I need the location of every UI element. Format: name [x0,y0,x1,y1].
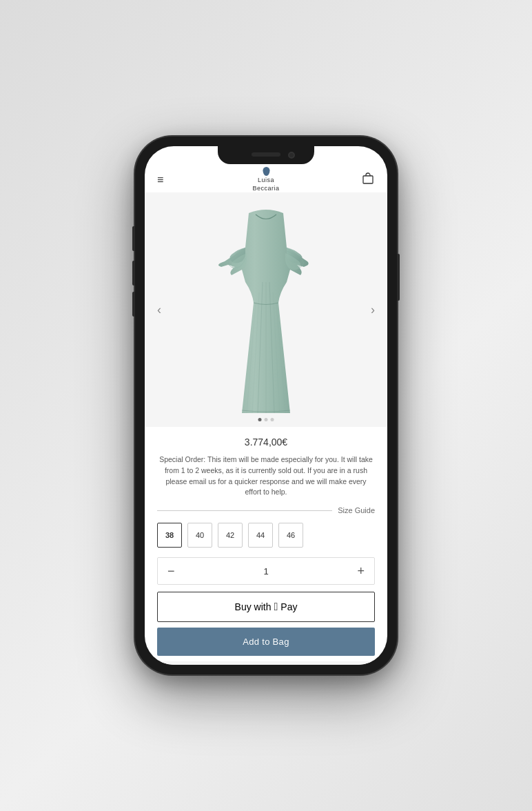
add-to-bag-button[interactable]: Add to Bag [157,628,375,656]
image-dots [258,418,274,421]
product-price: 3.774,00€ [157,437,375,448]
buy-prefix-text: Buy with [235,601,272,612]
dot-1 [258,418,262,421]
notch [218,146,314,164]
product-description: Special Order: This item will be made es… [157,454,375,498]
app-header: ≡ LuisaBeccaria [145,166,387,192]
product-image-container: ‹ [145,192,387,427]
size-38-button[interactable]: 38 [157,523,182,548]
size-selector: 38 40 42 44 46 [157,523,375,548]
quantity-value: 1 [263,566,268,577]
notch-speaker [252,152,280,157]
cart-icon[interactable] [361,171,375,188]
prev-image-button[interactable]: ‹ [150,296,168,324]
phone-frame: ≡ LuisaBeccaria [135,137,397,674]
phone-screen: ≡ LuisaBeccaria [145,146,387,665]
size-guide-divider [157,510,332,511]
size-44-button[interactable]: 44 [248,523,273,548]
app-logo: LuisaBeccaria [252,167,279,192]
next-image-button[interactable]: › [364,296,382,324]
buy-with-apple-pay-button[interactable]: Buy with  Pay [157,592,375,622]
pay-suffix-text: Pay [280,601,297,612]
screen-content[interactable]: ≡ LuisaBeccaria [145,146,387,665]
size-46-button[interactable]: 46 [278,523,303,548]
size-40-button[interactable]: 40 [187,523,212,548]
svg-rect-0 [363,176,373,183]
size-guide-row: Size Guide [157,506,375,514]
quantity-increase-button[interactable]: + [357,565,365,577]
apple-icon:  [274,601,278,612]
dot-3 [271,418,274,421]
scene: ≡ LuisaBeccaria [0,0,532,811]
logo-drop-icon [263,167,269,176]
logo-name: LuisaBeccaria [252,177,279,192]
add-to-wishlist-button[interactable]: ♡ Add to wishlist [157,661,375,665]
size-guide-link[interactable]: Size Guide [338,506,375,514]
dot-2 [265,418,268,421]
quantity-selector: − 1 + [157,557,375,585]
notch-camera [288,152,295,159]
product-image [145,192,387,427]
product-info: 3.774,00€ Special Order: This item will … [145,427,387,665]
quantity-decrease-button[interactable]: − [167,565,175,577]
size-42-button[interactable]: 42 [218,523,243,548]
menu-icon[interactable]: ≡ [157,174,163,186]
